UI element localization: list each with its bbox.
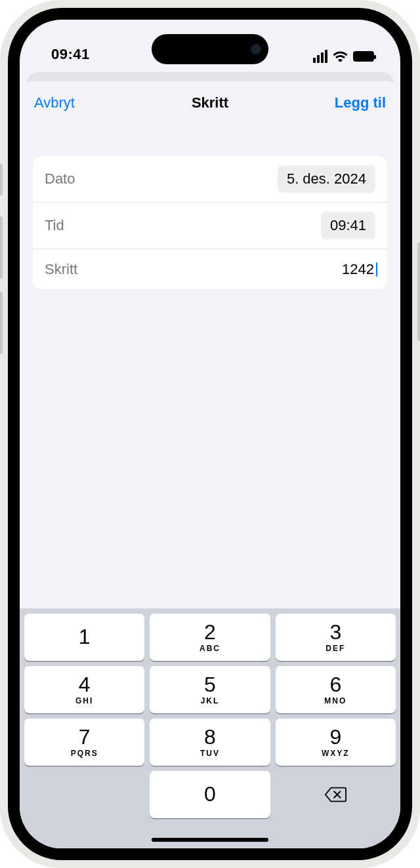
key-blank [24, 771, 144, 818]
steps-input[interactable]: 1242 [342, 261, 375, 278]
time-row: Tid 09:41 [33, 202, 387, 248]
date-row: Dato 5. des. 2024 [33, 156, 387, 202]
key-9[interactable]: 9WXYZ [276, 719, 396, 766]
key-0[interactable]: 0 [150, 771, 270, 818]
time-picker[interactable]: 09:41 [321, 212, 375, 239]
phone-bezel: 09:41 Avbryt Skritt Legg til Dato [8, 8, 412, 860]
time-label: Tid [45, 217, 64, 234]
nav-bar: Avbryt Skritt Legg til [20, 81, 400, 123]
key-8[interactable]: 8TUV [150, 719, 270, 766]
key-3[interactable]: 3DEF [276, 614, 396, 661]
phone-frame: 09:41 Avbryt Skritt Legg til Dato [0, 0, 420, 868]
form-card: Dato 5. des. 2024 Tid 09:41 Skritt 1242 [33, 156, 387, 289]
phone-screen: 09:41 Avbryt Skritt Legg til Dato [20, 20, 400, 848]
home-indicator[interactable] [152, 838, 268, 842]
add-button[interactable]: Legg til [335, 94, 386, 111]
dynamic-island [152, 34, 268, 64]
date-label: Dato [45, 170, 75, 187]
backspace-icon [324, 786, 346, 803]
steps-label: Skritt [45, 261, 77, 278]
cancel-button[interactable]: Avbryt [34, 94, 75, 111]
status-icons [313, 50, 374, 63]
mute-switch [0, 164, 3, 195]
status-time: 09:41 [51, 46, 90, 63]
key-2[interactable]: 2ABC [150, 614, 270, 661]
battery-icon [353, 51, 374, 62]
front-camera-icon [250, 43, 262, 55]
key-1[interactable]: 1 [24, 614, 144, 661]
numeric-keypad: 1 2ABC 3DEF 4GHI 5JKL 6MNO 7PQRS 8TUV 9W… [20, 608, 400, 848]
backspace-key[interactable] [276, 771, 396, 818]
key-4[interactable]: 4GHI [24, 666, 144, 713]
date-picker[interactable]: 5. des. 2024 [278, 165, 375, 193]
key-6[interactable]: 6MNO [276, 666, 396, 713]
cellular-icon [313, 50, 327, 63]
steps-row: Skritt 1242 [33, 248, 387, 289]
wifi-icon [333, 50, 348, 62]
volume-up-button [0, 216, 3, 279]
key-5[interactable]: 5JKL [150, 666, 270, 713]
power-button [417, 243, 420, 341]
key-7[interactable]: 7PQRS [24, 719, 144, 766]
modal-sheet: Avbryt Skritt Legg til Dato 5. des. 2024… [20, 81, 400, 848]
volume-down-button [0, 292, 3, 354]
